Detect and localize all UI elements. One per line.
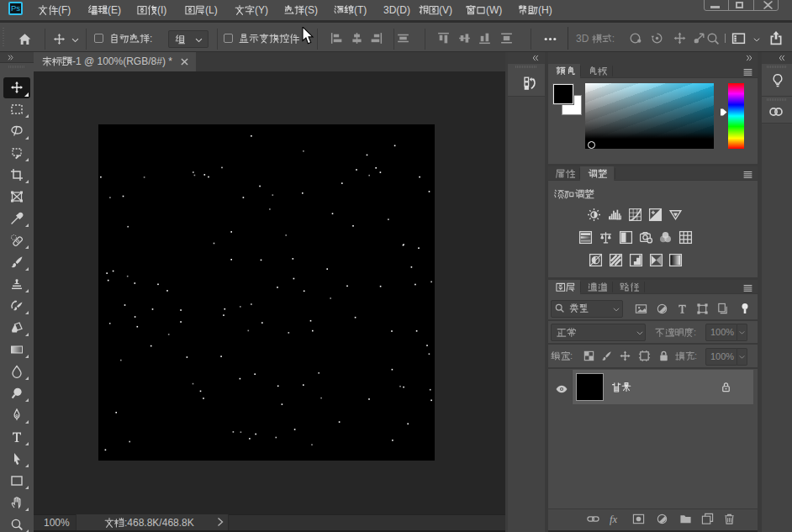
svg-text:fx: fx bbox=[610, 514, 618, 525]
